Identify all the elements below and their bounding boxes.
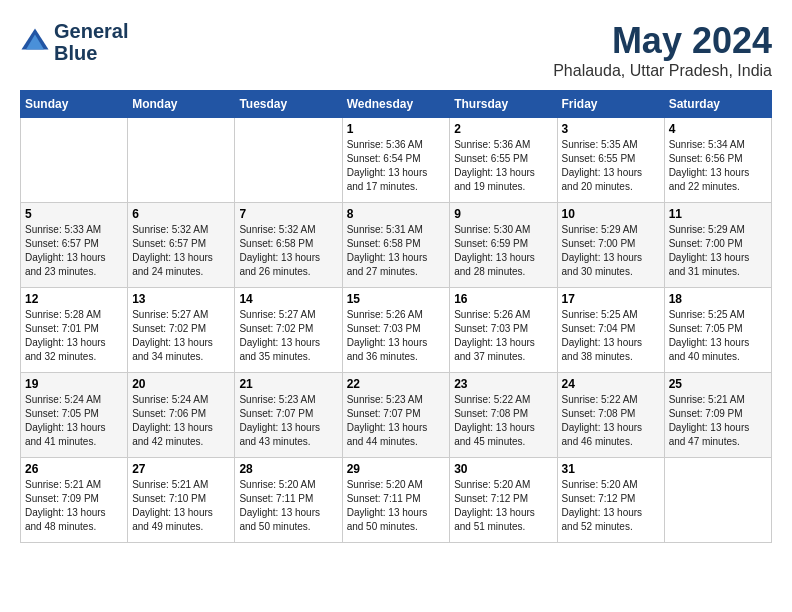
- day-number: 15: [347, 292, 446, 306]
- day-info: Sunrise: 5:32 AMSunset: 6:57 PMDaylight:…: [132, 223, 230, 279]
- day-info: Sunrise: 5:36 AMSunset: 6:55 PMDaylight:…: [454, 138, 552, 194]
- day-info: Sunrise: 5:29 AMSunset: 7:00 PMDaylight:…: [562, 223, 660, 279]
- day-number: 19: [25, 377, 123, 391]
- day-info: Sunrise: 5:33 AMSunset: 6:57 PMDaylight:…: [25, 223, 123, 279]
- day-number: 25: [669, 377, 767, 391]
- day-number: 9: [454, 207, 552, 221]
- day-number: 24: [562, 377, 660, 391]
- calendar-cell: 5 Sunrise: 5:33 AMSunset: 6:57 PMDayligh…: [21, 203, 128, 288]
- calendar-cell: 9 Sunrise: 5:30 AMSunset: 6:59 PMDayligh…: [450, 203, 557, 288]
- calendar-cell: 13 Sunrise: 5:27 AMSunset: 7:02 PMDaylig…: [128, 288, 235, 373]
- calendar-week-row: 12 Sunrise: 5:28 AMSunset: 7:01 PMDaylig…: [21, 288, 772, 373]
- day-number: 23: [454, 377, 552, 391]
- calendar-cell: 31 Sunrise: 5:20 AMSunset: 7:12 PMDaylig…: [557, 458, 664, 543]
- calendar-cell: 29 Sunrise: 5:20 AMSunset: 7:11 PMDaylig…: [342, 458, 450, 543]
- day-info: Sunrise: 5:26 AMSunset: 7:03 PMDaylight:…: [454, 308, 552, 364]
- day-info: Sunrise: 5:22 AMSunset: 7:08 PMDaylight:…: [454, 393, 552, 449]
- logo: General Blue: [20, 20, 128, 64]
- calendar-cell: 8 Sunrise: 5:31 AMSunset: 6:58 PMDayligh…: [342, 203, 450, 288]
- day-number: 26: [25, 462, 123, 476]
- day-number: 13: [132, 292, 230, 306]
- calendar-cell: 30 Sunrise: 5:20 AMSunset: 7:12 PMDaylig…: [450, 458, 557, 543]
- calendar-week-row: 5 Sunrise: 5:33 AMSunset: 6:57 PMDayligh…: [21, 203, 772, 288]
- day-info: Sunrise: 5:32 AMSunset: 6:58 PMDaylight:…: [239, 223, 337, 279]
- day-number: 14: [239, 292, 337, 306]
- logo-text: General Blue: [54, 20, 128, 64]
- calendar-cell: 23 Sunrise: 5:22 AMSunset: 7:08 PMDaylig…: [450, 373, 557, 458]
- calendar-header-row: SundayMondayTuesdayWednesdayThursdayFrid…: [21, 91, 772, 118]
- calendar-cell: 14 Sunrise: 5:27 AMSunset: 7:02 PMDaylig…: [235, 288, 342, 373]
- day-number: 29: [347, 462, 446, 476]
- day-number: 7: [239, 207, 337, 221]
- day-number: 20: [132, 377, 230, 391]
- day-info: Sunrise: 5:24 AMSunset: 7:06 PMDaylight:…: [132, 393, 230, 449]
- calendar-cell: 4 Sunrise: 5:34 AMSunset: 6:56 PMDayligh…: [664, 118, 771, 203]
- day-info: Sunrise: 5:27 AMSunset: 7:02 PMDaylight:…: [239, 308, 337, 364]
- day-info: Sunrise: 5:27 AMSunset: 7:02 PMDaylight:…: [132, 308, 230, 364]
- day-info: Sunrise: 5:21 AMSunset: 7:09 PMDaylight:…: [25, 478, 123, 534]
- title-block: May 2024 Phalauda, Uttar Pradesh, India: [553, 20, 772, 80]
- day-info: Sunrise: 5:23 AMSunset: 7:07 PMDaylight:…: [347, 393, 446, 449]
- day-info: Sunrise: 5:35 AMSunset: 6:55 PMDaylight:…: [562, 138, 660, 194]
- location-title: Phalauda, Uttar Pradesh, India: [553, 62, 772, 80]
- day-info: Sunrise: 5:20 AMSunset: 7:11 PMDaylight:…: [347, 478, 446, 534]
- day-info: Sunrise: 5:22 AMSunset: 7:08 PMDaylight:…: [562, 393, 660, 449]
- day-number: 1: [347, 122, 446, 136]
- day-info: Sunrise: 5:21 AMSunset: 7:09 PMDaylight:…: [669, 393, 767, 449]
- calendar-cell: 21 Sunrise: 5:23 AMSunset: 7:07 PMDaylig…: [235, 373, 342, 458]
- calendar-cell: 27 Sunrise: 5:21 AMSunset: 7:10 PMDaylig…: [128, 458, 235, 543]
- calendar-week-row: 1 Sunrise: 5:36 AMSunset: 6:54 PMDayligh…: [21, 118, 772, 203]
- day-info: Sunrise: 5:31 AMSunset: 6:58 PMDaylight:…: [347, 223, 446, 279]
- calendar-table: SundayMondayTuesdayWednesdayThursdayFrid…: [20, 90, 772, 543]
- page-header: General Blue May 2024 Phalauda, Uttar Pr…: [20, 20, 772, 80]
- day-info: Sunrise: 5:36 AMSunset: 6:54 PMDaylight:…: [347, 138, 446, 194]
- calendar-cell: 22 Sunrise: 5:23 AMSunset: 7:07 PMDaylig…: [342, 373, 450, 458]
- calendar-cell: 19 Sunrise: 5:24 AMSunset: 7:05 PMDaylig…: [21, 373, 128, 458]
- logo-icon: [20, 27, 50, 57]
- calendar-cell: 28 Sunrise: 5:20 AMSunset: 7:11 PMDaylig…: [235, 458, 342, 543]
- day-number: 16: [454, 292, 552, 306]
- day-number: 3: [562, 122, 660, 136]
- day-info: Sunrise: 5:26 AMSunset: 7:03 PMDaylight:…: [347, 308, 446, 364]
- day-info: Sunrise: 5:20 AMSunset: 7:12 PMDaylight:…: [454, 478, 552, 534]
- calendar-cell: 2 Sunrise: 5:36 AMSunset: 6:55 PMDayligh…: [450, 118, 557, 203]
- day-info: Sunrise: 5:20 AMSunset: 7:12 PMDaylight:…: [562, 478, 660, 534]
- day-number: 4: [669, 122, 767, 136]
- calendar-cell: 24 Sunrise: 5:22 AMSunset: 7:08 PMDaylig…: [557, 373, 664, 458]
- col-header-friday: Friday: [557, 91, 664, 118]
- day-number: 21: [239, 377, 337, 391]
- calendar-cell: 6 Sunrise: 5:32 AMSunset: 6:57 PMDayligh…: [128, 203, 235, 288]
- day-number: 30: [454, 462, 552, 476]
- day-number: 12: [25, 292, 123, 306]
- calendar-cell: 17 Sunrise: 5:25 AMSunset: 7:04 PMDaylig…: [557, 288, 664, 373]
- day-info: Sunrise: 5:28 AMSunset: 7:01 PMDaylight:…: [25, 308, 123, 364]
- col-header-sunday: Sunday: [21, 91, 128, 118]
- calendar-cell: 20 Sunrise: 5:24 AMSunset: 7:06 PMDaylig…: [128, 373, 235, 458]
- day-info: Sunrise: 5:23 AMSunset: 7:07 PMDaylight:…: [239, 393, 337, 449]
- calendar-cell: [128, 118, 235, 203]
- day-info: Sunrise: 5:21 AMSunset: 7:10 PMDaylight:…: [132, 478, 230, 534]
- calendar-cell: 12 Sunrise: 5:28 AMSunset: 7:01 PMDaylig…: [21, 288, 128, 373]
- day-number: 8: [347, 207, 446, 221]
- day-info: Sunrise: 5:34 AMSunset: 6:56 PMDaylight:…: [669, 138, 767, 194]
- calendar-cell: 15 Sunrise: 5:26 AMSunset: 7:03 PMDaylig…: [342, 288, 450, 373]
- month-title: May 2024: [553, 20, 772, 62]
- calendar-cell: 7 Sunrise: 5:32 AMSunset: 6:58 PMDayligh…: [235, 203, 342, 288]
- calendar-cell: 16 Sunrise: 5:26 AMSunset: 7:03 PMDaylig…: [450, 288, 557, 373]
- day-number: 28: [239, 462, 337, 476]
- day-number: 10: [562, 207, 660, 221]
- col-header-saturday: Saturday: [664, 91, 771, 118]
- col-header-wednesday: Wednesday: [342, 91, 450, 118]
- col-header-thursday: Thursday: [450, 91, 557, 118]
- col-header-monday: Monday: [128, 91, 235, 118]
- calendar-cell: 26 Sunrise: 5:21 AMSunset: 7:09 PMDaylig…: [21, 458, 128, 543]
- day-number: 31: [562, 462, 660, 476]
- day-number: 27: [132, 462, 230, 476]
- day-info: Sunrise: 5:29 AMSunset: 7:00 PMDaylight:…: [669, 223, 767, 279]
- calendar-cell: 3 Sunrise: 5:35 AMSunset: 6:55 PMDayligh…: [557, 118, 664, 203]
- calendar-cell: 1 Sunrise: 5:36 AMSunset: 6:54 PMDayligh…: [342, 118, 450, 203]
- calendar-cell: 11 Sunrise: 5:29 AMSunset: 7:00 PMDaylig…: [664, 203, 771, 288]
- calendar-week-row: 26 Sunrise: 5:21 AMSunset: 7:09 PMDaylig…: [21, 458, 772, 543]
- day-number: 6: [132, 207, 230, 221]
- day-number: 18: [669, 292, 767, 306]
